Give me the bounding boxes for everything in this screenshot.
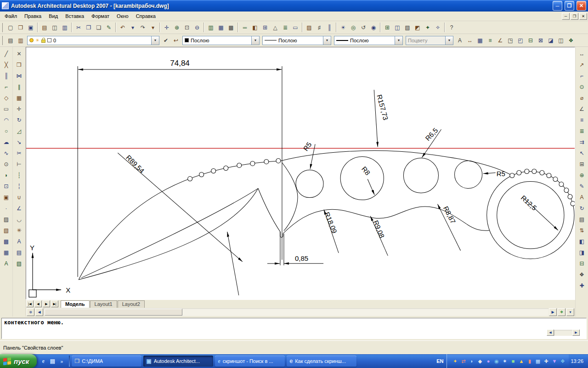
gradient-icon[interactable]: ▧ [1,225,11,236]
table-icon[interactable]: ▦ [1,247,11,258]
network-icon[interactable]: ⇄ [460,358,467,365]
revision-cloud-icon[interactable]: ☁ [1,137,11,147]
dim-aligned-icon[interactable]: ↗ [577,60,587,70]
region-icon[interactable]: ▩ [1,236,11,247]
sheet-views-icon[interactable]: ◫ [392,23,402,33]
mdi-minimize-button[interactable]: ─ [562,13,570,20]
minimize-button[interactable]: ─ [553,1,562,11]
multiline-style-icon[interactable]: ≡ [485,35,495,46]
copy-icon[interactable]: ❐ [84,23,94,33]
column-tool-icon[interactable]: ║ [324,23,334,33]
stair-tool-icon[interactable]: ≣ [280,23,290,33]
quicklaunch-desktop-icon[interactable]: ▤ [48,357,57,365]
toolbar-grip[interactable] [2,36,4,45]
safely-remove-icon[interactable]: ✦ [452,358,458,365]
explode-icon[interactable]: ✳ [14,225,24,236]
menu-window[interactable]: Окно [113,12,132,20]
tab-prev-button[interactable]: ◀ [34,300,42,307]
quicklaunch-ie-icon[interactable]: e [39,357,47,365]
command-scroll-left-button[interactable]: ◀ [547,329,554,336]
spline-icon[interactable]: ∿ [1,148,11,158]
scheduler-icon[interactable]: ✶ [501,358,508,365]
sheet-set-icon[interactable]: ◪ [546,35,556,46]
download-icon[interactable]: ▼ [551,358,558,365]
plot-icon[interactable]: ▤ [40,23,50,33]
dim-text-edit-icon[interactable]: A [577,192,587,202]
publish-icon[interactable]: ▥ [60,23,70,33]
command-scroll-track[interactable] [554,330,572,336]
break-at-point-icon[interactable]: ┆ [14,170,24,180]
multiline-icon[interactable]: ║ [1,71,11,81]
content-browser-icon[interactable]: ⊟ [526,35,536,46]
center-mark-icon[interactable]: ⊕ [577,170,587,180]
copy-to-layer-icon[interactable]: ▤ [14,247,24,258]
scale-icon[interactable]: ◿ [14,126,24,136]
qnew-icon[interactable]: ▢ [6,23,16,33]
dim-diameter-icon[interactable]: ⌀ [577,93,587,103]
space-tool-icon[interactable]: ▨ [304,23,314,33]
toolbar-grip[interactable] [2,23,4,32]
save-icon[interactable]: ▣ [26,23,36,33]
open-icon[interactable]: ❒ [16,23,26,33]
antivirus-icon[interactable]: ◆ [476,358,483,365]
tab-next-button[interactable]: ▶ [43,300,50,307]
viewports-icon[interactable]: ⊞ [382,23,392,33]
redo-dropdown-icon[interactable]: ▾ [148,23,158,33]
menu-help[interactable]: Справка [132,12,159,20]
join-icon[interactable]: ∪ [14,192,24,202]
pan-icon[interactable]: ✛ [162,23,172,33]
start-button[interactable]: пуск [0,354,37,368]
dim-baseline-icon[interactable]: ≣ [577,126,587,136]
zoom-window-icon[interactable]: ⊡ [182,23,192,33]
motion-path-icon[interactable]: ✧ [433,23,443,33]
divide-icon[interactable]: ✚ [577,281,587,291]
drawing-canvas[interactable]: 74,84 R157,73 R5 R6,5 R89,54 R8 R5 R18,0… [26,47,575,299]
orbit-icon[interactable]: ↺ [358,23,368,33]
polygon-icon[interactable]: ◇ [1,93,11,103]
drawing-management-icon[interactable]: ⊠ [536,35,546,46]
battery-icon[interactable]: ▮ [526,358,533,365]
dim-style-icon[interactable]: ▤ [577,214,587,224]
tool-palettes-icon[interactable]: ▩ [226,23,236,33]
named-views-icon[interactable]: ◎ [348,23,358,33]
point-icon[interactable]: ∙ [1,203,11,213]
lineweight-combo-dropdown-button[interactable]: ▼ [395,36,402,45]
visual-styles-icon[interactable]: ▧ [402,23,413,33]
style-manager-icon[interactable]: ◰ [515,35,526,46]
task-ie-screenshot[interactable]: e Как сделать скринш... [287,356,356,367]
tab-model[interactable]: Модель [61,300,90,308]
task-explorer-dima[interactable]: ❒ C:\ДИМА [72,356,141,367]
communication-center-icon[interactable]: ❖ [566,35,576,46]
color-combo-dropdown-button[interactable]: ▼ [251,36,259,45]
quicklaunch-more-icon[interactable]: » [57,357,66,365]
cut-icon[interactable]: ✂ [74,23,84,33]
list-icon[interactable]: ⊟ [577,259,587,269]
cpu-monitor-icon[interactable]: ▦ [534,358,541,365]
break-icon[interactable]: ╎ [14,181,24,191]
rectangle-icon[interactable]: ▭ [1,104,11,114]
area-icon[interactable]: ◨ [577,247,587,258]
camera-icon[interactable]: ◉ [368,23,379,33]
table-style-icon[interactable]: ▦ [475,35,485,46]
new-layout-icon[interactable]: ▧ [14,259,24,269]
help-icon[interactable]: ? [447,23,457,33]
hscroll-track[interactable] [44,308,548,316]
render-icon[interactable]: ☀ [338,23,348,33]
trim-icon[interactable]: ✂ [14,148,24,158]
slab-tool-icon[interactable]: ▭ [290,23,300,33]
mdi-restore-button[interactable]: ❐ [571,13,578,20]
move-icon[interactable]: ✛ [14,104,24,114]
drawing-status-button[interactable]: ❖ [558,308,565,316]
zoom-previous-icon[interactable]: ⊖ [192,23,202,33]
color-combo[interactable]: Послою ▼ [182,36,260,45]
dimension-style-icon[interactable]: ↔ [465,35,475,46]
lights-icon[interactable]: ✦ [423,23,433,33]
messenger-icon[interactable]: ● [485,358,492,365]
firewall-icon[interactable]: ■ [509,358,516,365]
region-mass-icon[interactable]: ◧ [577,236,587,247]
designcenter-icon[interactable]: ▦ [216,23,226,33]
dim-edit-icon[interactable]: ✎ [577,181,587,191]
quick-dimension-icon[interactable]: ≡ [577,115,587,125]
offset-icon[interactable]: ∥ [14,82,24,92]
stretch-icon[interactable]: ↘ [14,137,24,147]
